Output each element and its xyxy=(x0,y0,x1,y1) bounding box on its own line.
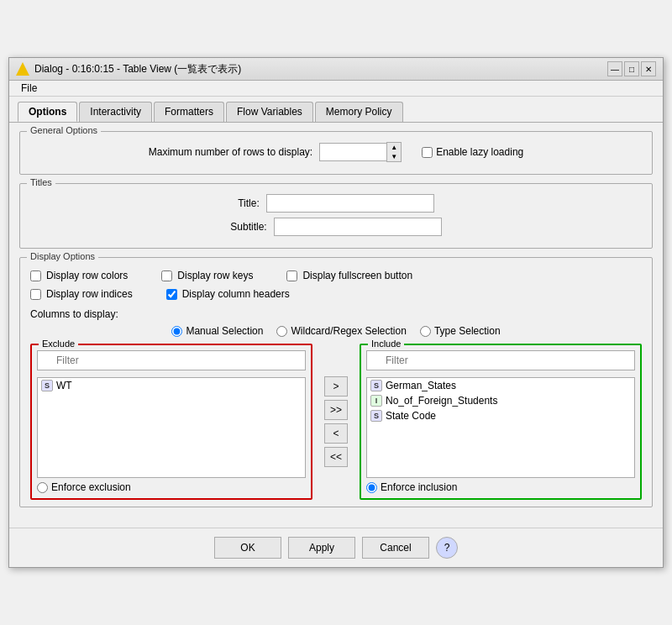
tab-content: General Options Maximum number of rows t… xyxy=(9,123,663,524)
subtitle-label: Subtitle: xyxy=(230,221,266,233)
include-item-badge-2: S xyxy=(370,410,382,422)
tab-flow-variables[interactable]: Flow Variables xyxy=(226,102,313,122)
type-selection-option: Type Selection xyxy=(420,325,501,337)
exclude-include-row: Exclude ⊿ S WT Enforce exclusion xyxy=(30,344,642,500)
checkbox-row-2: Display row indices Display column heade… xyxy=(30,288,642,303)
row-indices-label: Display row indices xyxy=(46,288,133,300)
max-rows-input[interactable]: 100,000 xyxy=(319,143,386,161)
app-icon xyxy=(16,62,29,76)
include-filter-input[interactable] xyxy=(366,350,635,370)
fullscreen-option: Display fullscreen button xyxy=(286,270,412,281)
max-rows-row: Maximum number of rows to display: 100,0… xyxy=(30,142,642,162)
enforce-exclusion-row: Enforce exclusion xyxy=(37,481,306,493)
include-item-label-0: German_States xyxy=(386,380,456,391)
bottom-bar: OK Apply Cancel ? xyxy=(9,528,663,567)
exclude-item-badge-0: S xyxy=(41,380,53,391)
row-colors-label: Display row colors xyxy=(46,270,128,281)
checkbox-row-1: Display row colors Display row keys Disp… xyxy=(30,270,642,285)
lazy-loading-row: Enable lazy loading xyxy=(422,146,523,158)
menu-file[interactable]: File xyxy=(16,81,42,96)
apply-button[interactable]: Apply xyxy=(288,537,355,559)
exclude-item-label-0: WT xyxy=(56,380,72,391)
manual-selection-radio[interactable] xyxy=(171,326,182,337)
move-right-button[interactable]: > xyxy=(324,376,348,397)
enforce-inclusion-label: Enforce inclusion xyxy=(381,481,457,493)
exclude-box-title: Exclude xyxy=(39,339,78,349)
ok-button[interactable]: OK xyxy=(214,537,281,559)
titles-section: Titles Title: 留学生数Top3(2000年) Subtitle: … xyxy=(19,183,653,249)
display-options-section: Display Options Display row colors Displ… xyxy=(19,257,653,507)
tab-formatters[interactable]: Formatters xyxy=(154,102,224,122)
lazy-loading-label: Enable lazy loading xyxy=(436,146,523,158)
tab-bar: Options Interactivity Formatters Flow Va… xyxy=(9,97,663,123)
row-keys-option: Display row keys xyxy=(161,270,253,281)
title-bar: Dialog - 0:16:0:15 - Table View (一覧表で表示)… xyxy=(9,58,663,81)
include-filter-wrapper: ⊿ xyxy=(366,350,635,374)
row-colors-checkbox[interactable] xyxy=(30,270,41,281)
include-list[interactable]: S German_States I No_of_Foreign_Students… xyxy=(366,377,635,478)
title-input[interactable]: 留学生数Top3(2000年) xyxy=(266,194,434,213)
close-button[interactable]: ✕ xyxy=(641,61,656,76)
subtitle-row: Subtitle: WT2000/01 xyxy=(30,218,642,236)
column-headers-label: Display column headers xyxy=(182,288,290,300)
transfer-buttons: > >> < << xyxy=(321,344,351,500)
manual-selection-option: Manual Selection xyxy=(171,325,263,337)
move-all-right-button[interactable]: >> xyxy=(324,400,348,420)
row-colors-option: Display row colors xyxy=(30,270,128,281)
wildcard-selection-radio[interactable] xyxy=(276,326,287,337)
columns-to-display-label: Columns to display: xyxy=(30,308,642,320)
row-keys-checkbox[interactable] xyxy=(161,270,172,281)
include-item-badge-0: S xyxy=(370,380,382,391)
title-label: Title: xyxy=(238,197,260,209)
minimize-button[interactable]: — xyxy=(607,61,622,76)
enforce-inclusion-radio[interactable] xyxy=(366,482,377,493)
subtitle-input[interactable]: WT2000/01 xyxy=(274,218,442,236)
exclude-filter-input[interactable] xyxy=(37,350,306,370)
enforce-exclusion-label: Enforce exclusion xyxy=(51,481,131,493)
column-headers-checkbox[interactable] xyxy=(166,289,177,300)
tab-options[interactable]: Options xyxy=(18,102,77,122)
manual-selection-label: Manual Selection xyxy=(186,325,263,337)
general-options-title: General Options xyxy=(27,125,101,135)
type-selection-radio[interactable] xyxy=(420,326,431,337)
fullscreen-label: Display fullscreen button xyxy=(302,270,412,281)
spinbox-down-button[interactable]: ▼ xyxy=(387,152,401,161)
fullscreen-checkbox[interactable] xyxy=(286,270,297,281)
type-selection-label: Type Selection xyxy=(434,325,501,337)
row-indices-checkbox[interactable] xyxy=(30,289,41,300)
move-left-button[interactable]: < xyxy=(324,423,348,444)
max-rows-label: Maximum number of rows to display: xyxy=(149,146,312,158)
exclude-list[interactable]: S WT xyxy=(37,377,306,478)
help-button[interactable]: ? xyxy=(436,537,458,559)
move-all-left-button[interactable]: << xyxy=(324,447,348,467)
main-window: Dialog - 0:16:0:15 - Table View (一覧表で表示)… xyxy=(8,57,664,568)
include-item-label-1: No_of_Foreign_Students xyxy=(386,395,497,407)
include-box: Include ⊿ S German_States I No_of_Foreig… xyxy=(360,344,642,500)
max-rows-spinbox: 100,000 ▲ ▼ xyxy=(319,142,402,162)
list-item[interactable]: S WT xyxy=(38,378,305,393)
cancel-button[interactable]: Cancel xyxy=(362,537,429,559)
column-headers-option: Display column headers xyxy=(166,288,290,300)
general-options-section: General Options Maximum number of rows t… xyxy=(19,131,653,175)
include-box-title: Include xyxy=(368,339,404,349)
tab-interactivity[interactable]: Interactivity xyxy=(79,102,152,122)
list-item[interactable]: S German_States xyxy=(367,378,634,393)
spinbox-controls: ▲ ▼ xyxy=(386,142,402,162)
lazy-loading-checkbox[interactable] xyxy=(422,147,433,158)
title-bar-left: Dialog - 0:16:0:15 - Table View (一覧表で表示) xyxy=(16,62,241,76)
display-checkboxes: Display row colors Display row keys Disp… xyxy=(30,270,642,303)
list-item[interactable]: I No_of_Foreign_Students xyxy=(367,393,634,408)
maximize-button[interactable]: □ xyxy=(624,61,639,76)
list-item[interactable]: S State Code xyxy=(367,408,634,423)
selection-radio-group: Manual Selection Wildcard/Regex Selectio… xyxy=(30,325,642,337)
menu-bar: File xyxy=(9,81,663,97)
tab-memory-policy[interactable]: Memory Policy xyxy=(315,102,403,122)
window-title: Dialog - 0:16:0:15 - Table View (一覧表で表示) xyxy=(34,62,241,76)
spinbox-up-button[interactable]: ▲ xyxy=(387,143,401,152)
include-item-badge-1: I xyxy=(370,395,382,407)
wildcard-selection-option: Wildcard/Regex Selection xyxy=(276,325,406,337)
enforce-exclusion-radio[interactable] xyxy=(37,482,48,493)
enforce-inclusion-row: Enforce inclusion xyxy=(366,481,635,493)
row-indices-option: Display row indices xyxy=(30,288,133,300)
title-row: Title: 留学生数Top3(2000年) xyxy=(30,194,642,213)
